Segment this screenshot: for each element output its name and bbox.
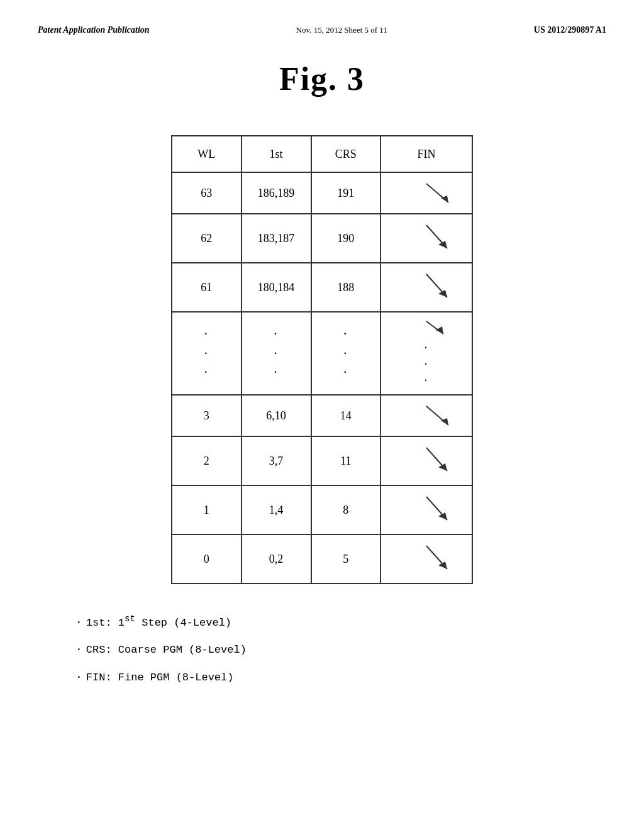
header-left: Patent Application Publication <box>38 25 150 35</box>
arrow-svg <box>398 222 455 255</box>
svg-marker-5 <box>438 290 447 297</box>
cell-1st: 6,10 <box>242 395 311 436</box>
table-wrapper: WL 1st CRS FIN 63 186,189 191 <box>171 135 473 584</box>
cell-1st: 186,189 <box>242 172 311 214</box>
table-row: 61 180,184 188 <box>172 263 472 312</box>
cell-1st: 0,2 <box>242 534 311 584</box>
table-row: 1 1,4 8 <box>172 485 472 534</box>
cell-dots: · · · <box>172 312 242 395</box>
arrow-svg <box>398 543 455 575</box>
cell-crs: 11 <box>311 436 381 485</box>
arrow-svg <box>398 445 455 477</box>
patent-number: US 2012/290897 A1 <box>534 25 606 35</box>
cell-1st: 183,187 <box>242 214 311 263</box>
cell-1st: 3,7 <box>242 436 311 485</box>
data-table: WL 1st CRS FIN 63 186,189 191 <box>171 135 473 584</box>
table-row: 62 183,187 190 <box>172 214 472 263</box>
legend-item-crs: · CRS: Coarse PGM (8-Level) <box>75 638 606 663</box>
publication-title: Patent Application Publication <box>38 25 150 35</box>
legend-text-crs: CRS: Coarse PGM (8-Level) <box>86 638 247 661</box>
svg-marker-7 <box>436 326 443 334</box>
table-container: WL 1st CRS FIN 63 186,189 191 <box>38 135 606 584</box>
figure-title: Fig. 3 <box>38 60 606 97</box>
cell-wl: 1 <box>172 485 242 534</box>
svg-marker-3 <box>438 241 447 248</box>
cell-wl: 63 <box>172 172 242 214</box>
legend-text-fin: FIN: Fine PGM (8-Level) <box>86 666 234 689</box>
legend-text-1st: 1st: 1st Step (4-Level) <box>86 609 231 634</box>
col-wl: WL <box>172 136 242 172</box>
table-header-row: WL 1st CRS FIN <box>172 136 472 172</box>
svg-marker-15 <box>438 562 447 569</box>
legend-bullet: · <box>75 638 82 663</box>
superscript: st <box>125 614 135 624</box>
cell-fin <box>380 485 472 534</box>
header-right: US 2012/290897 A1 <box>534 25 606 35</box>
col-crs: CRS <box>311 136 381 172</box>
cell-dots: · · · <box>311 312 381 395</box>
cell-crs: 190 <box>311 214 381 263</box>
cell-1st: 1,4 <box>242 485 311 534</box>
cell-wl: 3 <box>172 395 242 436</box>
legend-item-1st: · 1st: 1st Step (4-Level) <box>75 609 606 635</box>
col-fin: FIN <box>380 136 472 172</box>
cell-fin <box>380 534 472 584</box>
cell-crs: 188 <box>311 263 381 312</box>
legend-item-fin: · FIN: Fine PGM (8-Level) <box>75 665 606 690</box>
cell-wl: 62 <box>172 214 242 263</box>
cell-fin <box>380 214 472 263</box>
cell-dots: · · · <box>242 312 311 395</box>
svg-marker-11 <box>438 463 447 471</box>
cell-fin <box>380 436 472 485</box>
table-row: 2 3,7 11 <box>172 436 472 485</box>
cell-wl: 2 <box>172 436 242 485</box>
cell-wl: 61 <box>172 263 242 312</box>
cell-crs: 14 <box>311 395 381 436</box>
cell-fin-dots: · · · <box>380 312 472 395</box>
header-center: Nov. 15, 2012 Sheet 5 of 11 <box>296 25 387 35</box>
arrow-svg <box>398 320 455 338</box>
date-sheet: Nov. 15, 2012 Sheet 5 of 11 <box>296 25 387 35</box>
svg-marker-13 <box>438 512 447 520</box>
cell-crs: 5 <box>311 534 381 584</box>
table-row: 0 0,2 5 <box>172 534 472 584</box>
cell-fin <box>380 172 472 214</box>
legend-bullet: · <box>75 611 82 636</box>
arrow-svg <box>398 180 455 206</box>
col-1st: 1st <box>242 136 311 172</box>
header: Patent Application Publication Nov. 15, … <box>38 25 606 35</box>
cell-1st: 180,184 <box>242 263 311 312</box>
page: Patent Application Publication Nov. 15, … <box>0 0 644 830</box>
arrow-svg <box>398 403 455 428</box>
arrow-svg <box>398 271 455 304</box>
cell-crs: 8 <box>311 485 381 534</box>
table-row: 3 6,10 14 <box>172 395 472 436</box>
table-row: 63 186,189 191 <box>172 172 472 214</box>
arrow-svg <box>398 494 455 526</box>
legend: · 1st: 1st Step (4-Level) · CRS: Coarse … <box>75 609 606 690</box>
cell-crs: 191 <box>311 172 381 214</box>
legend-bullet: · <box>75 665 82 690</box>
table-row-dots: · · · · · · · · · · · · <box>172 312 472 395</box>
cell-wl: 0 <box>172 534 242 584</box>
cell-fin <box>380 395 472 436</box>
cell-fin <box>380 263 472 312</box>
